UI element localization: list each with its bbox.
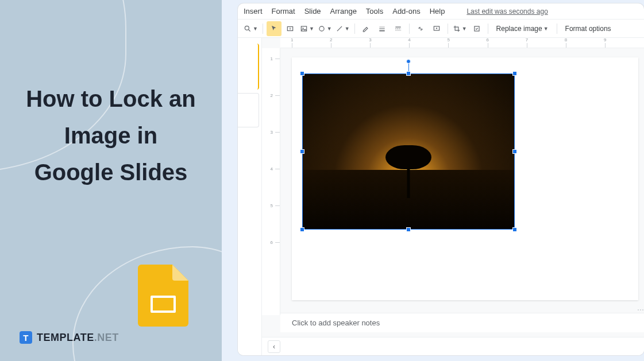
resize-handle[interactable] [300, 227, 304, 232]
lines-dash-icon [394, 25, 402, 33]
sunset-tree-image [303, 74, 514, 229]
resize-handle[interactable] [512, 71, 517, 76]
editor-area: 1 2 3 4 5 6 7 8 9 1 2 3 4 5 6 [262, 38, 644, 355]
image-tool[interactable]: ▼ [299, 21, 315, 36]
svg-point-6 [319, 26, 324, 30]
svg-point-0 [245, 26, 249, 30]
menu-arrange[interactable]: Arrange [330, 7, 357, 15]
rotate-connector [408, 63, 409, 72]
google-slides-window: Insert Format Slide Arrange Tools Add-on… [238, 3, 644, 355]
cursor-icon [270, 25, 278, 33]
shape-tool[interactable]: ▼ [317, 21, 333, 36]
reset-image-icon [473, 25, 481, 33]
menu-format[interactable]: Format [272, 7, 295, 15]
speaker-notes-input[interactable]: Click to add speaker notes [280, 313, 644, 332]
mask-tool[interactable] [469, 21, 484, 36]
slide-thumbnail[interactable] [238, 93, 259, 127]
crop-tool[interactable]: ▼ [452, 21, 468, 36]
zoom-icon [244, 25, 252, 33]
zoom-button[interactable]: ▼ [242, 21, 259, 36]
resize-handle[interactable] [406, 71, 411, 76]
selected-image[interactable] [302, 73, 515, 230]
svg-line-1 [249, 29, 250, 31]
border-color-tool[interactable] [358, 21, 373, 36]
resize-handle[interactable] [300, 71, 304, 76]
toolbar-separator [557, 24, 557, 34]
replace-image-button[interactable]: Replace image▼ [492, 25, 553, 33]
crop-icon [453, 25, 461, 33]
notes-drag-handle[interactable]: ⋯⋯ [453, 307, 645, 313]
brand-icon: T [20, 331, 32, 344]
toolbar-separator [354, 24, 355, 34]
toolbar-separator [448, 24, 448, 34]
resize-handle[interactable] [512, 149, 517, 154]
toolbar-separator [263, 24, 263, 34]
toolbar-separator [409, 24, 410, 34]
insert-link-tool[interactable] [413, 21, 428, 36]
toolbar: ▼ ▼ ▼ ▼ [238, 20, 644, 38]
link-icon [417, 25, 425, 33]
insert-comment-tool[interactable] [429, 21, 444, 36]
border-weight-tool[interactable] [375, 21, 390, 36]
image-icon [300, 25, 308, 33]
resize-handle[interactable] [512, 227, 517, 232]
screenshot-panel: Insert Format Slide Arrange Tools Add-on… [222, 0, 644, 361]
slide-canvas[interactable] [292, 57, 638, 300]
svg-line-7 [337, 26, 342, 30]
resize-handle[interactable] [300, 149, 304, 154]
slide-thumbnail-strip [238, 38, 262, 355]
page-title: How to Lock an Image in Google Slides [23, 80, 199, 191]
lines-weight-icon [378, 25, 386, 33]
vertical-ruler: 1 2 3 4 5 6 [262, 48, 280, 315]
line-icon [336, 25, 344, 33]
brand-text: TEMPLATE.NET [37, 332, 119, 344]
google-slides-logo [138, 265, 188, 327]
toolbar-separator [488, 24, 488, 34]
slide-thumbnail[interactable] [238, 44, 259, 90]
menubar: Insert Format Slide Arrange Tools Add-on… [238, 3, 644, 20]
border-dash-tool[interactable] [391, 21, 406, 36]
shape-icon [318, 25, 326, 33]
select-tool[interactable] [267, 21, 281, 36]
menu-help[interactable]: Help [430, 7, 445, 15]
workspace: 1 2 3 4 5 6 7 8 9 1 2 3 4 5 6 [238, 38, 644, 355]
last-edit-link[interactable]: Last edit was seconds ago [466, 7, 547, 15]
textbox-icon [286, 25, 294, 33]
pen-icon [362, 25, 370, 33]
bottom-bar: ‹ [262, 337, 644, 355]
textbox-tool[interactable] [283, 21, 298, 36]
horizontal-ruler: 1 2 3 4 5 6 7 8 9 [280, 38, 644, 48]
menu-addons[interactable]: Add-ons [392, 7, 420, 15]
rotate-handle[interactable] [406, 59, 411, 64]
menu-insert[interactable]: Insert [244, 7, 263, 15]
format-options-button[interactable]: Format options [561, 25, 616, 33]
brand-logo: T TEMPLATE.NET [20, 331, 119, 344]
collapse-filmstrip-button[interactable]: ‹ [268, 340, 280, 353]
left-info-panel: How to Lock an Image in Google Slides T … [0, 0, 222, 361]
line-tool[interactable]: ▼ [334, 21, 351, 36]
comment-icon [433, 25, 441, 33]
menu-slide[interactable]: Slide [304, 7, 321, 15]
resize-handle[interactable] [406, 227, 411, 232]
menu-tools[interactable]: Tools [366, 7, 383, 15]
